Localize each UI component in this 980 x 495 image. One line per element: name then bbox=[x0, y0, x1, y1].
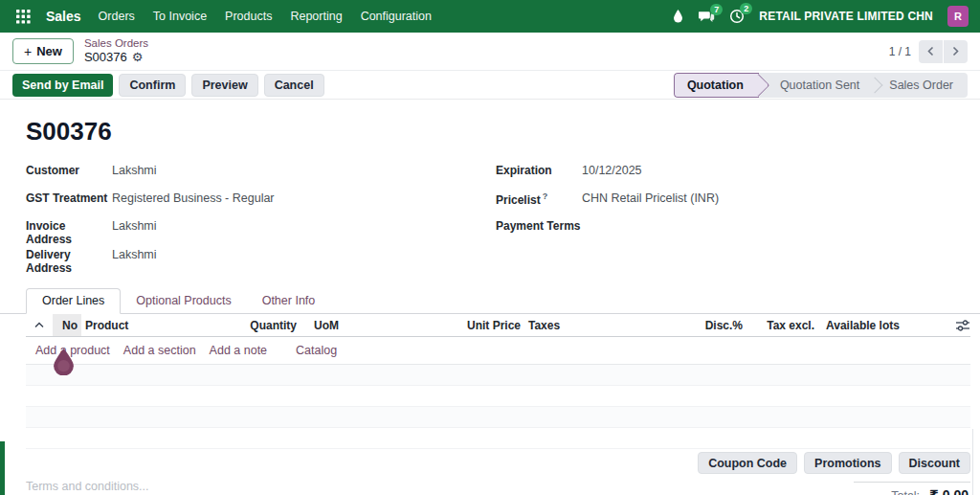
record-reference: S00376 bbox=[84, 51, 127, 65]
total-row: Total: ₹ 0.00 bbox=[854, 482, 970, 495]
customer-value[interactable]: Lakshmi bbox=[112, 162, 157, 177]
send-by-email-button[interactable]: Send by Email bbox=[12, 74, 113, 97]
apps-grid-icon[interactable] bbox=[11, 5, 34, 28]
tab-optional-products[interactable]: Optional Products bbox=[121, 289, 246, 313]
promotions-button[interactable]: Promotions bbox=[804, 452, 891, 474]
right-edge-divider bbox=[972, 429, 973, 495]
field-customer: Customer Lakshmi bbox=[26, 162, 471, 190]
pricelist-label: Pricelist? bbox=[496, 190, 582, 207]
field-invoice-address: Invoice Address Lakshmi bbox=[26, 217, 471, 246]
control-panel: + New Sales Orders S00376 ⚙ 1 / 1 bbox=[0, 33, 980, 71]
tab-order-lines[interactable]: Order Lines bbox=[26, 288, 121, 314]
column-no[interactable]: No bbox=[53, 314, 81, 336]
invoice-address-value[interactable]: Lakshmi bbox=[112, 217, 157, 233]
user-avatar[interactable]: R bbox=[947, 6, 969, 27]
optional-columns-button[interactable] bbox=[952, 320, 971, 331]
status-pipeline: Quotation Quotation Sent Sales Order bbox=[674, 73, 968, 98]
add-a-section-link[interactable]: Add a section bbox=[123, 344, 196, 357]
notebook-tabs: Order Lines Optional Products Other Info bbox=[0, 288, 980, 314]
help-icon[interactable]: ? bbox=[543, 191, 548, 201]
pricelist-value[interactable]: CHN Retail Pricelist (INR) bbox=[582, 190, 719, 205]
messages-badge: 7 bbox=[710, 4, 723, 15]
menu-to-invoice[interactable]: To Invoice bbox=[153, 10, 207, 23]
messages-icon[interactable]: 7 bbox=[699, 10, 715, 24]
footer-right: Coupon Code Promotions Discount Total: ₹… bbox=[698, 452, 970, 495]
sheet-footer: Terms and conditions... Coupon Code Prom… bbox=[26, 452, 970, 495]
activities-badge: 2 bbox=[740, 3, 752, 14]
systray: 7 2 RETAIL PRIVATE LIMITED CHN R bbox=[672, 6, 969, 27]
column-discount[interactable]: Disc.% bbox=[699, 319, 746, 332]
add-a-product-link[interactable]: Add a product bbox=[35, 344, 110, 357]
field-delivery-address: Delivery Address Lakshmi bbox=[26, 246, 471, 275]
chevron-left-icon bbox=[926, 46, 935, 56]
empty-table-row bbox=[26, 386, 970, 407]
coupon-code-button[interactable]: Coupon Code bbox=[698, 452, 797, 474]
pager-previous-button[interactable] bbox=[919, 40, 943, 63]
column-product[interactable]: Product bbox=[81, 319, 239, 332]
status-quotation[interactable]: Quotation bbox=[674, 73, 759, 98]
odoo-sales-screen: Sales Orders To Invoice Products Reporti… bbox=[0, 0, 980, 495]
plus-icon: + bbox=[24, 44, 32, 59]
status-sales-order[interactable]: Sales Order bbox=[875, 73, 968, 98]
order-lines-header: No Product Quantity UoM Unit Price Taxes… bbox=[26, 314, 970, 337]
form-sheet: S00376 Customer Lakshmi GST Treatment Re… bbox=[0, 117, 980, 495]
expiration-label: Expiration bbox=[496, 162, 582, 177]
column-quantity[interactable]: Quantity bbox=[239, 319, 301, 332]
menu-reporting[interactable]: Reporting bbox=[290, 10, 342, 23]
gst-treatment-label: GST Treatment bbox=[26, 190, 112, 205]
field-gst-treatment: GST Treatment Registered Business - Regu… bbox=[26, 190, 471, 217]
menu-products[interactable]: Products bbox=[225, 10, 272, 23]
tab-other-info[interactable]: Other Info bbox=[247, 289, 331, 313]
field-payment-terms: Payment Terms bbox=[496, 217, 907, 245]
field-expiration: Expiration 10/12/2025 bbox=[496, 162, 907, 190]
column-unit-price[interactable]: Unit Price bbox=[463, 319, 524, 332]
total-value: ₹ 0.00 bbox=[929, 487, 969, 495]
record-pager: 1 / 1 bbox=[889, 40, 968, 63]
field-groups: Customer Lakshmi GST Treatment Registere… bbox=[26, 162, 954, 275]
order-lines-table: No Product Quantity UoM Unit Price Taxes… bbox=[26, 314, 970, 449]
empty-table-row bbox=[26, 407, 970, 428]
breadcrumb-current: S00376 ⚙ bbox=[84, 51, 148, 65]
breadcrumb-sales-orders[interactable]: Sales Orders bbox=[84, 37, 148, 50]
chevron-up-icon bbox=[34, 322, 44, 328]
catalog-link[interactable]: Catalog bbox=[296, 344, 337, 357]
breadcrumb: Sales Orders S00376 ⚙ bbox=[84, 37, 148, 64]
droplet-icon[interactable] bbox=[672, 9, 684, 24]
column-available-lots[interactable]: Available lots bbox=[818, 319, 952, 332]
gear-icon[interactable]: ⚙ bbox=[132, 51, 144, 65]
add-a-note-link[interactable]: Add a note bbox=[210, 344, 267, 357]
new-button-label: New bbox=[36, 44, 62, 58]
menu-configuration[interactable]: Configuration bbox=[361, 10, 432, 23]
grid-icon-glyph bbox=[16, 10, 31, 24]
column-taxes[interactable]: Taxes bbox=[524, 319, 699, 332]
empty-table-row bbox=[26, 365, 970, 386]
pager-next-button[interactable] bbox=[944, 40, 968, 63]
company-switcher[interactable]: RETAIL PRIVATE LIMITED CHN bbox=[759, 10, 933, 23]
discount-button[interactable]: Discount bbox=[899, 452, 970, 474]
cancel-button[interactable]: Cancel bbox=[264, 74, 324, 97]
app-menus: Orders To Invoice Products Reporting Con… bbox=[99, 10, 432, 23]
column-uom[interactable]: UoM bbox=[301, 319, 463, 332]
app-name[interactable]: Sales bbox=[46, 9, 81, 24]
sliders-icon bbox=[956, 320, 969, 331]
preview-button[interactable]: Preview bbox=[191, 74, 257, 97]
pager-count: 1 / 1 bbox=[889, 45, 911, 58]
delivery-address-label: Delivery Address bbox=[26, 246, 112, 275]
new-button[interactable]: + New bbox=[12, 38, 74, 64]
field-pricelist: Pricelist? CHN Retail Pricelist (INR) bbox=[496, 190, 907, 217]
column-tax-excl[interactable]: Tax excl. bbox=[746, 319, 818, 332]
chevron-right-icon bbox=[951, 46, 960, 56]
gst-treatment-value[interactable]: Registered Business - Regular bbox=[112, 190, 275, 205]
confirm-button[interactable]: Confirm bbox=[119, 74, 186, 97]
status-quotation-sent[interactable]: Quotation Sent bbox=[759, 73, 874, 98]
action-bar: Send by Email Confirm Preview Cancel Quo… bbox=[0, 71, 980, 100]
terms-and-conditions-input[interactable]: Terms and conditions... bbox=[26, 480, 698, 495]
delivery-address-value[interactable]: Lakshmi bbox=[112, 246, 157, 261]
footer-buttons: Coupon Code Promotions Discount bbox=[698, 452, 970, 474]
activities-clock-icon[interactable]: 2 bbox=[729, 9, 745, 24]
sort-handle-header[interactable] bbox=[26, 322, 53, 328]
menu-orders[interactable]: Orders bbox=[99, 10, 135, 23]
empty-table-row bbox=[26, 428, 970, 449]
total-label: Total: bbox=[891, 489, 920, 495]
expiration-value[interactable]: 10/12/2025 bbox=[582, 162, 642, 177]
